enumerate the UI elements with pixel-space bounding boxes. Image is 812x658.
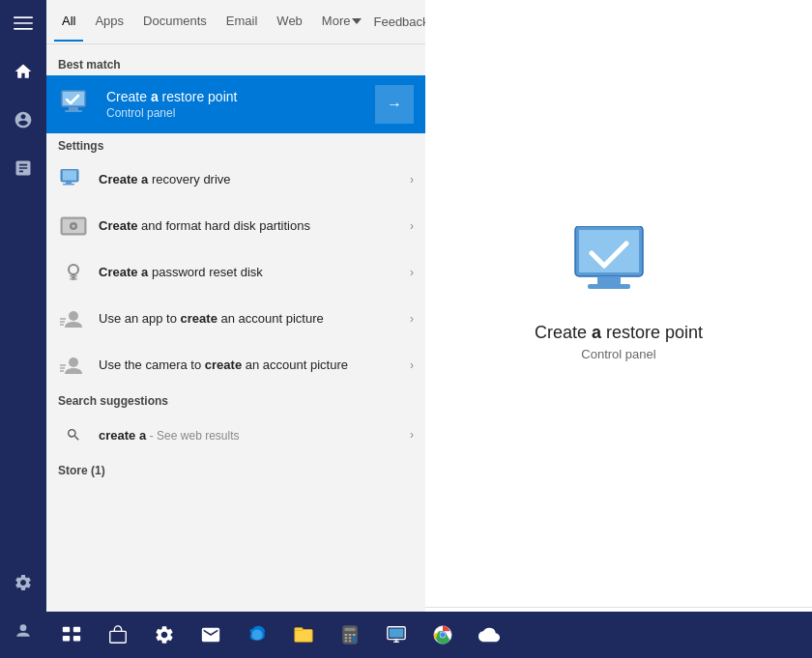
result-app-account-picture[interactable]: Use an app to create an account picture … bbox=[46, 296, 425, 342]
mail-taskbar-button[interactable] bbox=[189, 614, 232, 656]
svg-rect-41 bbox=[345, 634, 348, 636]
task-view-button[interactable] bbox=[50, 614, 93, 656]
detail-content: Create a restore point Control panel bbox=[425, 0, 812, 607]
store-label: Store (1) bbox=[46, 458, 425, 481]
svg-rect-44 bbox=[345, 637, 348, 639]
settings-icon[interactable] bbox=[0, 559, 46, 606]
svg-rect-11 bbox=[63, 184, 74, 186]
svg-rect-30 bbox=[597, 276, 621, 284]
svg-rect-19 bbox=[70, 278, 77, 280]
format-disk-icon bbox=[58, 211, 89, 242]
result-recovery-text: Create a recovery drive bbox=[99, 172, 410, 188]
store-taskbar-button[interactable] bbox=[97, 614, 139, 656]
remote-desktop-taskbar-button[interactable] bbox=[375, 614, 418, 656]
recovery-icon bbox=[58, 164, 89, 195]
svg-rect-48 bbox=[349, 641, 352, 643]
svg-rect-35 bbox=[73, 636, 80, 642]
tab-apps[interactable]: Apps bbox=[87, 2, 131, 42]
svg-rect-29 bbox=[579, 230, 639, 272]
result-recovery-drive[interactable]: Create a recovery drive › bbox=[46, 157, 425, 203]
hamburger-button[interactable] bbox=[0, 0, 46, 46]
settings-taskbar-button[interactable] bbox=[143, 614, 186, 656]
sidebar bbox=[0, 0, 46, 658]
svg-rect-32 bbox=[63, 627, 70, 633]
tab-email[interactable]: Email bbox=[218, 2, 266, 42]
best-match-subtitle: Control panel bbox=[106, 106, 375, 120]
svg-point-16 bbox=[69, 265, 78, 274]
svg-rect-40 bbox=[345, 628, 356, 632]
result-format-text: Create and format hard disk partitions bbox=[99, 218, 410, 235]
svg-rect-47 bbox=[345, 641, 348, 643]
svg-rect-50 bbox=[390, 629, 404, 638]
detail-divider bbox=[425, 607, 812, 608]
best-match-arrow[interactable]: → bbox=[375, 85, 414, 124]
result-password-text: Create a password reset disk bbox=[99, 265, 410, 281]
best-match-item[interactable]: Create a restore point Control panel → bbox=[46, 75, 425, 133]
suggestion-text: create a - See web results bbox=[99, 428, 410, 443]
result-recovery-chevron: › bbox=[410, 173, 414, 186]
suggestions-label: Search suggestions bbox=[46, 388, 425, 412]
result-password-reset[interactable]: Create a password reset disk › bbox=[46, 249, 425, 296]
svg-rect-6 bbox=[69, 107, 78, 110]
results-list: Best match Create a restore point Contro… bbox=[46, 44, 425, 612]
search-panel: All Apps Documents Email Web More Feedba… bbox=[46, 0, 425, 658]
result-password-chevron: › bbox=[410, 266, 414, 279]
onedrive-taskbar-button[interactable] bbox=[468, 614, 510, 656]
account-icon[interactable] bbox=[0, 97, 46, 143]
result-camera-account-picture[interactable]: Use the camera to create an account pict… bbox=[46, 342, 425, 388]
suggestion-search-icon bbox=[58, 419, 89, 450]
svg-rect-34 bbox=[63, 636, 70, 642]
password-reset-icon bbox=[58, 257, 89, 288]
settings-label: Settings bbox=[46, 133, 425, 157]
best-match-icon bbox=[58, 85, 97, 124]
chrome-taskbar-button[interactable] bbox=[421, 614, 464, 656]
documents-icon[interactable] bbox=[0, 145, 46, 191]
tab-documents[interactable]: Documents bbox=[135, 2, 215, 42]
svg-rect-9 bbox=[63, 171, 76, 181]
result-app-account-text: Use an app to create an account picture bbox=[99, 311, 410, 328]
best-match-title: Create a restore point bbox=[106, 89, 375, 104]
best-match-label: Best match bbox=[46, 52, 425, 75]
best-match-text: Create a restore point Control panel bbox=[106, 89, 375, 120]
svg-rect-2 bbox=[14, 28, 33, 30]
svg-rect-42 bbox=[349, 634, 352, 636]
detail-subtitle: Control panel bbox=[581, 347, 655, 361]
taskbar bbox=[46, 612, 812, 658]
user-profile-icon[interactable] bbox=[0, 608, 46, 654]
svg-point-57 bbox=[440, 632, 446, 638]
svg-rect-31 bbox=[588, 284, 630, 289]
suggestion-item[interactable]: create a - See web results › bbox=[46, 412, 425, 458]
result-format-chevron: › bbox=[410, 219, 414, 233]
suggestion-chevron: › bbox=[410, 428, 414, 442]
svg-point-20 bbox=[69, 311, 78, 321]
result-camera-account-text: Use the camera to create an account pict… bbox=[99, 358, 410, 374]
detail-title: Create a restore point bbox=[535, 323, 703, 343]
svg-rect-0 bbox=[14, 16, 33, 18]
svg-rect-36 bbox=[110, 631, 127, 643]
calculator-taskbar-button[interactable] bbox=[329, 614, 371, 656]
tab-all[interactable]: All bbox=[54, 2, 83, 42]
svg-rect-37 bbox=[295, 630, 312, 643]
camera-account-icon bbox=[58, 350, 89, 381]
tab-more[interactable]: More bbox=[314, 2, 370, 42]
svg-rect-10 bbox=[66, 182, 72, 184]
tab-web[interactable]: Web bbox=[269, 2, 310, 42]
tabs-bar: All Apps Documents Email Web More Feedba… bbox=[46, 0, 425, 44]
home-icon[interactable] bbox=[0, 48, 46, 95]
feedback-button[interactable]: Feedback bbox=[373, 14, 428, 29]
svg-rect-45 bbox=[349, 637, 352, 639]
svg-rect-1 bbox=[14, 22, 33, 24]
svg-rect-33 bbox=[73, 627, 80, 633]
edge-taskbar-button[interactable] bbox=[236, 614, 278, 656]
detail-panel: Create a restore point Control panel Ope… bbox=[425, 0, 812, 658]
svg-rect-7 bbox=[65, 110, 82, 112]
svg-point-3 bbox=[20, 624, 27, 631]
result-camera-account-chevron: › bbox=[410, 358, 414, 372]
svg-point-24 bbox=[69, 358, 78, 367]
explorer-taskbar-button[interactable] bbox=[282, 614, 325, 656]
svg-rect-46 bbox=[353, 637, 356, 642]
sidebar-bottom bbox=[0, 558, 46, 658]
result-format-disk[interactable]: Create and format hard disk partitions › bbox=[46, 203, 425, 249]
detail-icon bbox=[570, 226, 667, 307]
svg-point-15 bbox=[72, 225, 75, 228]
